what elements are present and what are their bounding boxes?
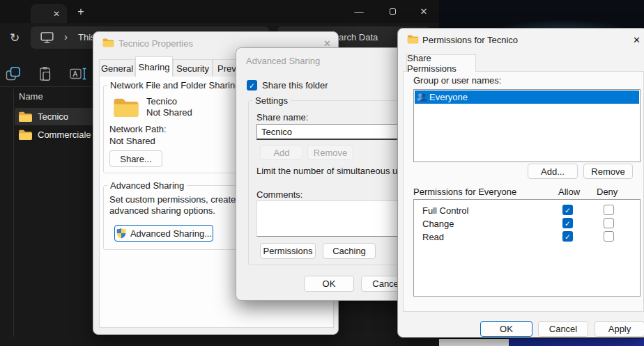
folder-icon xyxy=(18,111,33,123)
desktop-glow xyxy=(439,0,644,29)
dialog-title: Tecnico Properties xyxy=(118,38,193,49)
copy-icon[interactable] xyxy=(6,66,21,81)
breadcrumb-chevron-icon: › xyxy=(64,31,68,42)
group-name: Everyone xyxy=(429,92,468,102)
close-icon[interactable]: ✕ xyxy=(633,35,641,45)
share-folder-name: Tecnico xyxy=(146,96,177,107)
permission-row-full-control[interactable]: Full Control ✓ xyxy=(414,204,640,217)
permission-row-read[interactable]: Read ✓ xyxy=(414,230,640,244)
share-button[interactable]: Share... xyxy=(109,150,162,167)
tab-general[interactable]: General xyxy=(99,59,135,77)
remove-button[interactable]: Remove xyxy=(583,164,633,179)
advanced-sharing-button-label: Advanced Sharing... xyxy=(130,228,212,239)
folder-icon-large xyxy=(113,96,139,118)
explorer-active-tab[interactable]: ✕ xyxy=(31,4,67,23)
cancel-button[interactable]: Cancel xyxy=(538,321,588,337)
group-user-names-label: Group or user names: xyxy=(413,75,501,86)
share-this-folder-checkbox[interactable]: ✓ xyxy=(247,80,257,91)
uac-shield-icon xyxy=(116,228,127,239)
deny-checkbox[interactable] xyxy=(604,218,614,228)
permission-row-change[interactable]: Change ✓ xyxy=(414,217,640,230)
group-people-icon xyxy=(416,92,428,102)
close-button[interactable]: ✕ xyxy=(415,4,432,18)
share-name-label: Share name: xyxy=(256,112,308,123)
refresh-icon[interactable]: ↻ xyxy=(6,29,24,46)
wallpaper-strip-white xyxy=(438,339,509,346)
network-path-label: Network Path: xyxy=(109,124,167,134)
dialog-title: Permissions for Tecnico xyxy=(422,35,518,45)
tab-sharing[interactable]: Sharing xyxy=(135,56,173,77)
this-pc-icon xyxy=(40,31,54,44)
deny-column-header: Deny xyxy=(597,187,618,197)
share-this-folder-label: Share this folder xyxy=(262,80,328,91)
permission-name: Full Control xyxy=(422,205,468,216)
folder-icon xyxy=(18,129,33,141)
network-sharing-legend: Network File and Folder Sharing xyxy=(107,80,243,91)
file-name: Commerciale xyxy=(38,129,91,140)
deny-checkbox[interactable] xyxy=(604,231,614,242)
ok-button[interactable]: OK xyxy=(480,321,532,337)
folder-icon xyxy=(102,38,114,47)
group-row-everyone[interactable]: Everyone xyxy=(415,91,639,104)
tab-security[interactable]: Security xyxy=(173,59,213,77)
add-share-button[interactable]: Add xyxy=(260,145,303,160)
permission-name: Change xyxy=(422,219,454,229)
share-folder-status: Not Shared xyxy=(146,107,192,118)
deny-checkbox[interactable] xyxy=(604,205,614,215)
permissions-for-label: Permissions for Everyone xyxy=(413,187,516,197)
minimize-button[interactable]: — xyxy=(351,4,367,18)
permissions-dialog: Permissions for Tecnico ✕ Share Permissi… xyxy=(397,28,644,338)
column-header-name[interactable]: Name xyxy=(19,91,43,102)
new-tab-button[interactable]: + xyxy=(74,4,88,19)
pane-divider xyxy=(13,89,14,337)
permissions-button[interactable]: Permissions xyxy=(260,243,316,259)
permissions-listbox[interactable]: Full Control ✓ Change ✓ Read ✓ xyxy=(413,199,641,297)
maximize-button[interactable] xyxy=(384,4,401,18)
network-path-value: Not Shared xyxy=(109,136,155,146)
ok-button[interactable]: OK xyxy=(304,276,354,292)
apply-button[interactable]: Apply xyxy=(595,321,644,337)
dialog-title: Advanced Sharing xyxy=(246,56,320,66)
file-name: Tecnico xyxy=(38,111,68,122)
allow-checkbox[interactable]: ✓ xyxy=(562,231,573,242)
tab-share-permissions[interactable]: Share Permissions xyxy=(406,54,476,72)
settings-legend: Settings xyxy=(252,95,291,106)
desktop: { "glyphs": { "close": "✕", "minimize": … xyxy=(0,0,644,346)
tab-close-icon[interactable]: ✕ xyxy=(50,8,63,20)
paste-icon[interactable] xyxy=(38,66,53,81)
permission-name: Read xyxy=(422,232,444,242)
comments-label: Comments: xyxy=(256,189,302,200)
advanced-sharing-legend: Advanced Sharing xyxy=(107,180,187,191)
rename-icon[interactable]: A xyxy=(70,66,87,81)
allow-checkbox[interactable]: ✓ xyxy=(562,205,573,215)
maximize-icon xyxy=(390,8,396,15)
advanced-sharing-button[interactable]: Advanced Sharing... xyxy=(114,225,213,242)
caching-button[interactable]: Caching xyxy=(323,243,376,259)
svg-text:A: A xyxy=(73,70,78,78)
allow-column-header: Allow xyxy=(558,187,580,197)
group-names-listbox[interactable]: Everyone xyxy=(413,89,641,162)
add-button[interactable]: Add... xyxy=(528,164,578,179)
wallpaper-strip-blue xyxy=(509,338,644,346)
folder-icon xyxy=(407,34,419,44)
remove-share-button[interactable]: Remove xyxy=(307,145,353,160)
allow-checkbox[interactable]: ✓ xyxy=(562,218,573,228)
advanced-sharing-description-2: advanced sharing options. xyxy=(109,205,215,216)
explorer-tab-bar: ✕ + — ✕ xyxy=(0,0,439,23)
